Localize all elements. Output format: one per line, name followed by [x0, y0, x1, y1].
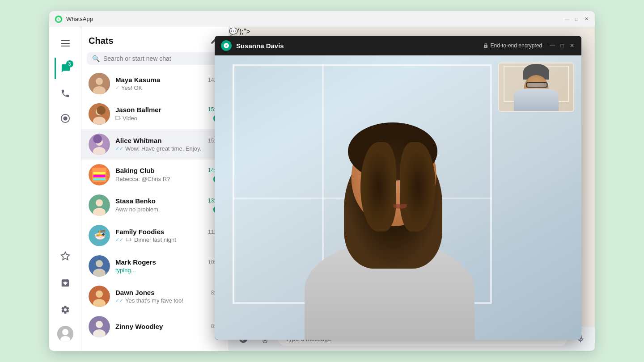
svg-point-5	[64, 117, 67, 120]
chat-name: Family Foodies	[115, 228, 164, 236]
chat-list: Maya Kasuma 14:55 ✓ Yes! OK	[81, 68, 229, 351]
chat-preview: Video 5	[115, 114, 221, 122]
sidebar-settings-icon[interactable]	[55, 299, 76, 320]
svg-point-8	[62, 329, 68, 335]
chat-info: Maya Kasuma 14:55 ✓ Yes! OK	[115, 76, 221, 91]
check-icon: ✓	[115, 85, 119, 91]
chat-list-panel: Chats 🔍	[81, 27, 229, 351]
avatar	[89, 194, 110, 216]
list-item[interactable]: Zinny Woodley 8:12	[81, 311, 229, 342]
check-icon: ✓✓	[115, 298, 123, 303]
avatar	[89, 103, 110, 125]
chat-preview: Rebecca: @Chris R? 1	[115, 175, 221, 183]
search-icon: 🔍	[92, 55, 100, 62]
minimize-btn[interactable]: —	[564, 16, 570, 22]
search-bar: 🔍	[87, 52, 223, 65]
self-view-pip	[498, 63, 574, 112]
chat-info: Jason Ballmer 15:22 Video 5	[115, 106, 221, 122]
video-call-window-controls: — □ ✕	[549, 42, 575, 49]
encryption-badge: End-to-end encrypted	[483, 42, 542, 49]
sidebar-icons: 3	[49, 27, 81, 351]
encryption-label: End-to-end encrypted	[491, 42, 542, 49]
chat-name: Maya Kasuma	[115, 76, 160, 84]
svg-rect-2	[61, 43, 70, 44]
svg-rect-3	[61, 46, 70, 46]
svg-point-36	[96, 260, 103, 267]
chat-preview-typing: typing...	[115, 267, 221, 274]
sidebar-status-icon[interactable]	[55, 108, 76, 129]
self-glasses	[526, 82, 547, 88]
avatar	[89, 286, 110, 307]
list-item[interactable]: Baking Club 14:43 Rebecca: @Chris R? 1	[81, 160, 229, 190]
call-close-btn[interactable]: ✕	[569, 42, 575, 49]
list-item[interactable]: 🍜 Family Foodies 11:22 ✓✓ Dinner last ni…	[81, 220, 229, 251]
check-icon: ✓✓	[115, 237, 123, 243]
video-call-window: Susanna Davis End-to-end encrypted — □ ✕	[215, 36, 581, 340]
svg-marker-6	[61, 252, 69, 260]
svg-point-16	[97, 106, 106, 115]
chat-name: Dawn Jones	[115, 289, 155, 296]
svg-rect-17	[115, 116, 120, 119]
svg-marker-34	[131, 239, 131, 241]
avatar	[89, 134, 110, 155]
avatar	[89, 255, 110, 277]
chat-info: Mark Rogers 10:55 typing...	[115, 258, 221, 274]
window-controls: — □ ✕	[564, 16, 589, 22]
chats-title: Chats	[89, 36, 114, 46]
avatar: 🍜	[89, 225, 110, 246]
svg-rect-25	[93, 172, 106, 174]
svg-point-22	[93, 135, 102, 143]
svg-marker-18	[120, 118, 121, 119]
list-item[interactable]: Jason Ballmer 15:22 Video 5	[81, 99, 229, 129]
title-bar: WhatsApp — □ ✕	[49, 11, 595, 27]
chat-info: Stasa Benko 13:55 Aww no problem. 2	[115, 197, 221, 214]
sidebar-bottom	[49, 240, 81, 347]
sidebar-calls-icon[interactable]	[55, 83, 76, 104]
chat-info: Alice Whitman 15:11 ✓✓ Wow! Have great t…	[115, 137, 221, 152]
svg-rect-26	[93, 175, 106, 177]
check-icon: ✓✓	[115, 146, 123, 152]
chat-preview: ✓✓ Dinner last night	[115, 236, 221, 243]
call-wa-logo	[221, 40, 232, 51]
search-input[interactable]	[103, 55, 218, 62]
svg-text:🍜: 🍜	[94, 229, 106, 241]
chat-name: Zinny Woodley	[115, 323, 163, 330]
self-person-body	[514, 88, 559, 111]
list-item[interactable]: Alice Whitman 15:11 ✓✓ Wow! Have great t…	[81, 129, 229, 160]
svg-rect-27	[93, 178, 106, 180]
chat-preview: ✓✓ Wow! Have great time. Enjoy.	[115, 145, 221, 152]
sidebar-profile-avatar[interactable]	[57, 326, 73, 342]
svg-point-11	[96, 78, 103, 85]
avatar	[89, 316, 110, 337]
svg-point-39	[96, 290, 103, 298]
chat-name: Stasa Benko	[115, 197, 156, 205]
chat-info: Zinny Woodley 8:12	[115, 323, 221, 331]
call-contact-name: Susanna Davis	[236, 42, 483, 50]
whatsapp-logo	[55, 15, 63, 23]
chats-badge: 3	[66, 60, 73, 67]
video-main	[215, 55, 581, 340]
list-item[interactable]: Dawn Jones 8:31 ✓✓ Yes that's my fave to…	[81, 281, 229, 311]
svg-point-29	[96, 199, 103, 206]
list-item[interactable]: Stasa Benko 13:55 Aww no problem. 2	[81, 190, 229, 220]
avatar	[89, 164, 110, 185]
chat-name: Mark Rogers	[115, 258, 156, 266]
app-title: WhatsApp	[66, 16, 564, 22]
sidebar-archived-icon[interactable]	[55, 272, 76, 294]
call-minimize-btn[interactable]: —	[549, 42, 555, 49]
sidebar-chats-icon[interactable]: 3	[55, 58, 76, 79]
chat-info: Family Foodies 11:22 ✓✓ Dinner last nigh…	[115, 228, 221, 243]
call-maximize-btn[interactable]: □	[559, 42, 565, 49]
chat-name: Alice Whitman	[115, 137, 161, 144]
avatar	[89, 73, 110, 94]
svg-point-42	[96, 321, 103, 328]
list-item[interactable]: Mark Rogers 10:55 typing...	[81, 251, 229, 281]
chat-preview: Aww no problem. 2	[115, 206, 221, 214]
close-btn[interactable]: ✕	[583, 16, 589, 22]
list-item[interactable]: Maya Kasuma 14:55 ✓ Yes! OK	[81, 68, 229, 99]
sidebar-menu-icon[interactable]	[55, 33, 76, 54]
chat-name: Baking Club	[115, 167, 155, 174]
maximize-btn[interactable]: □	[573, 16, 580, 22]
sidebar-starred-icon[interactable]	[55, 245, 76, 267]
chat-info: Dawn Jones 8:31 ✓✓ Yes that's my fave to…	[115, 289, 221, 304]
